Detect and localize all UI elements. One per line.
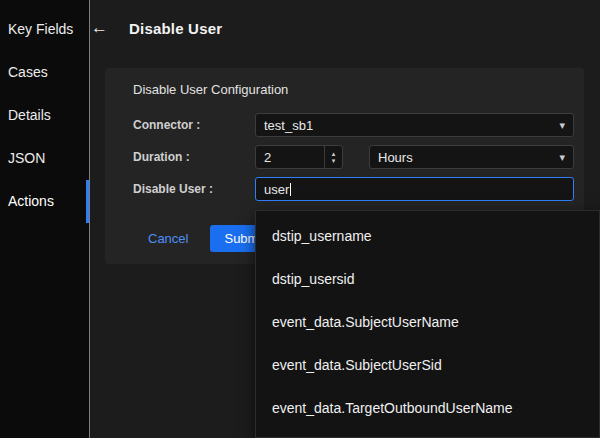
chevron-down-icon: ▾ (559, 119, 565, 132)
autocomplete-option[interactable]: dstip_usersid (256, 258, 599, 301)
page-header: ← Disable User (91, 18, 222, 38)
duration-value: 2 (256, 150, 324, 165)
chevron-down-icon: ▾ (559, 151, 565, 164)
connector-row: Connector : test_sb1 ▾ (133, 113, 574, 137)
autocomplete-dropdown: dstip_username dstip_usersid event_data.… (255, 210, 600, 438)
sidebar-item-key-fields[interactable]: Key Fields (0, 8, 89, 51)
sidebar-item-json[interactable]: JSON (0, 137, 89, 180)
sidebar-item-cases[interactable]: Cases (0, 51, 89, 94)
cancel-button[interactable]: Cancel (148, 231, 188, 246)
stepper-up-icon[interactable]: ▴ (332, 150, 336, 157)
panel-title: Disable User Configuration (133, 82, 574, 97)
disable-user-input[interactable]: user (255, 177, 574, 201)
duration-stepper[interactable]: ▴ ▾ (324, 146, 342, 168)
duration-unit-select[interactable]: Hours ▾ (369, 145, 574, 169)
duration-number-input[interactable]: 2 ▴ ▾ (255, 145, 343, 169)
sidebar: Key Fields Cases Details JSON Actions (0, 0, 90, 438)
disable-user-label: Disable User : (133, 182, 255, 196)
duration-unit-value: Hours (378, 150, 413, 165)
duration-row: Duration : 2 ▴ ▾ Hours ▾ (133, 145, 574, 169)
autocomplete-option[interactable]: event_data.TargetOutboundUserName (256, 387, 599, 430)
duration-label: Duration : (133, 150, 255, 164)
stepper-down-icon[interactable]: ▾ (332, 157, 336, 164)
disable-user-row: Disable User : user (133, 177, 574, 201)
back-arrow-icon[interactable]: ← (91, 18, 113, 38)
page-title: Disable User (129, 20, 222, 37)
app-root: Key Fields Cases Details JSON Actions ← … (0, 0, 600, 438)
disable-user-input-value: user (264, 182, 289, 197)
connector-selected-value: test_sb1 (264, 118, 313, 133)
sidebar-item-actions[interactable]: Actions (0, 180, 89, 223)
autocomplete-option[interactable]: event_data.SubjectUserName (256, 301, 599, 344)
text-cursor (290, 183, 291, 196)
autocomplete-option[interactable]: dstip_username (256, 215, 599, 258)
autocomplete-option[interactable]: event_data.SubjectUserSid (256, 344, 599, 387)
connector-label: Connector : (133, 118, 255, 132)
connector-select[interactable]: test_sb1 ▾ (255, 113, 574, 137)
sidebar-item-details[interactable]: Details (0, 94, 89, 137)
